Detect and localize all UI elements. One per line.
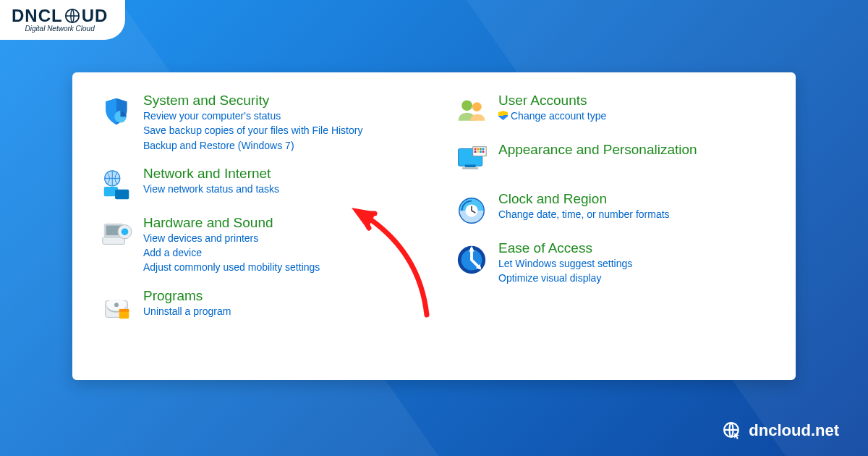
svg-point-10 xyxy=(122,228,129,235)
programs-icon xyxy=(100,291,133,324)
category-link[interactable]: Uninstall a program xyxy=(143,304,231,318)
svg-point-17 xyxy=(461,100,472,111)
category-title[interactable]: Network and Internet xyxy=(143,166,279,182)
svg-rect-5 xyxy=(115,190,129,199)
category-title[interactable]: User Accounts xyxy=(498,93,606,109)
globe-cursor-icon xyxy=(723,421,741,440)
category-link[interactable]: View network status and tasks xyxy=(143,182,279,196)
hardware-icon xyxy=(100,218,133,251)
category-body: Appearance and Personalization xyxy=(498,142,697,178)
left-column: System and SecurityReview your computer'… xyxy=(100,93,426,366)
users-icon xyxy=(455,96,488,129)
category-link[interactable]: Optimize visual display xyxy=(498,271,632,285)
category-body: ProgramsUninstall a program xyxy=(143,288,231,324)
svg-rect-26 xyxy=(480,148,482,151)
svg-rect-29 xyxy=(477,151,479,153)
svg-rect-28 xyxy=(475,151,477,153)
footer-text: dncloud.net xyxy=(749,421,839,440)
category-title[interactable]: Ease of Access xyxy=(498,240,632,256)
svg-rect-22 xyxy=(462,167,478,169)
svg-point-14 xyxy=(114,303,119,307)
category-link[interactable]: Save backup copies of your files with Fi… xyxy=(143,123,362,138)
svg-rect-21 xyxy=(465,165,476,168)
category-appearance: Appearance and Personalization xyxy=(455,142,781,178)
access-icon xyxy=(455,243,488,276)
category-users: User AccountsChange account type xyxy=(455,93,781,129)
category-link[interactable]: Let Windows suggest settings xyxy=(498,256,632,271)
category-link[interactable]: Adjust commonly used mobility settings xyxy=(143,260,320,274)
category-link[interactable]: Backup and Restore (Windows 7) xyxy=(143,138,362,153)
category-title[interactable]: Clock and Region xyxy=(498,191,670,207)
svg-rect-24 xyxy=(475,148,477,151)
brand-text-b: UD xyxy=(82,6,109,26)
svg-point-18 xyxy=(472,102,482,111)
category-title[interactable]: Programs xyxy=(143,288,231,304)
footer-link[interactable]: dncloud.net xyxy=(723,421,839,440)
globe-icon xyxy=(64,8,80,24)
control-panel-window: System and SecurityReview your computer'… xyxy=(72,72,796,380)
category-link[interactable]: Change account type xyxy=(498,109,606,123)
category-shield: System and SecurityReview your computer'… xyxy=(100,93,426,153)
svg-rect-25 xyxy=(477,148,479,151)
category-title[interactable]: Appearance and Personalization xyxy=(498,142,697,158)
category-access: Ease of AccessLet Windows suggest settin… xyxy=(455,240,781,286)
svg-rect-31 xyxy=(482,151,485,153)
category-link[interactable]: View devices and printers xyxy=(143,231,320,245)
brand-text-a: DNCL xyxy=(12,6,63,26)
svg-rect-27 xyxy=(482,148,485,151)
brand-subtitle: Digital Network Cloud xyxy=(12,25,108,33)
category-body: Hardware and SoundView devices and print… xyxy=(143,215,320,275)
category-link[interactable]: Review your computer's status xyxy=(143,109,362,123)
category-body: System and SecurityReview your computer'… xyxy=(143,93,362,153)
network-icon xyxy=(100,169,133,202)
category-link[interactable]: Add a device xyxy=(143,245,320,260)
category-body: User AccountsChange account type xyxy=(498,93,606,129)
category-title[interactable]: System and Security xyxy=(143,93,362,109)
svg-rect-8 xyxy=(103,237,125,245)
category-hardware: Hardware and SoundView devices and print… xyxy=(100,215,426,275)
brand-badge: DNCL UD Digital Network Cloud xyxy=(0,0,125,40)
right-column: User AccountsChange account typeAppearan… xyxy=(455,93,781,366)
category-programs: ProgramsUninstall a program xyxy=(100,288,426,324)
category-body: Ease of AccessLet Windows suggest settin… xyxy=(498,240,632,286)
category-body: Network and InternetView network status … xyxy=(143,166,279,202)
category-body: Clock and RegionChange date, time, or nu… xyxy=(498,191,670,227)
category-title[interactable]: Hardware and Sound xyxy=(143,215,320,231)
category-clock: Clock and RegionChange date, time, or nu… xyxy=(455,191,781,227)
shield-icon xyxy=(100,96,133,129)
appearance-icon xyxy=(455,145,488,178)
category-link[interactable]: Change date, time, or number formats xyxy=(498,207,670,221)
svg-rect-16 xyxy=(119,309,129,312)
brand-logo: DNCL UD xyxy=(12,6,108,26)
clock-icon xyxy=(455,194,488,227)
svg-rect-30 xyxy=(480,151,482,153)
category-network: Network and InternetView network status … xyxy=(100,166,426,202)
